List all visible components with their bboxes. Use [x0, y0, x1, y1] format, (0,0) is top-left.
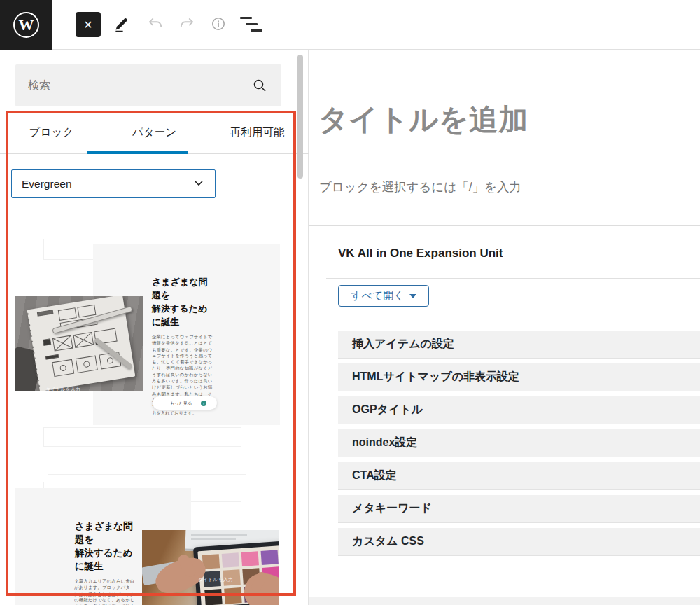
edit-tool-button[interactable]	[112, 14, 132, 34]
list-view-button[interactable]	[240, 14, 260, 34]
accordion-html-sitemap-hide-settings[interactable]: HTMLサイトマップの非表示設定	[338, 363, 700, 391]
search-input[interactable]	[28, 64, 252, 106]
editor-canvas: タイトルを追加 ブロックを選択するには「/」を入力 VK All in One …	[309, 50, 700, 605]
metabox-divider	[309, 225, 700, 226]
pattern-image-overlay-text: タイトルを入力	[198, 576, 233, 583]
pattern-preview-paragraph: 文章入力エリアの左右に余白があります。ブロックパターンはの組み合わせはブロックの…	[74, 578, 134, 605]
undo-button[interactable]	[146, 14, 165, 34]
pattern-category-value: Evergreen	[22, 178, 72, 190]
pattern-preview-more-button: もっと見る ›	[153, 396, 217, 410]
editor-toolbar: W ✕	[0, 0, 700, 50]
pattern-preview-image: タイトルを入力	[15, 296, 143, 391]
list-view-icon	[240, 16, 260, 32]
accordion-ogp-title[interactable]: OGPタイトル	[338, 396, 700, 424]
open-all-label: すべて開く	[351, 289, 404, 302]
pattern-preview-image: タイトルを入力	[142, 530, 279, 605]
accordion-cta-settings[interactable]: CTA設定	[338, 462, 700, 490]
inserter-tabs: ブロック パターン 再利用可能	[0, 112, 309, 154]
canvas-bottom-edge	[309, 597, 700, 605]
pattern-category-select[interactable]: Evergreen	[11, 169, 216, 198]
accordion-noindex-settings[interactable]: noindex設定	[338, 429, 700, 457]
info-icon	[210, 15, 227, 32]
post-title-input[interactable]: タイトルを追加	[318, 102, 528, 138]
pattern-preview-block	[48, 454, 246, 475]
details-button[interactable]	[209, 14, 228, 34]
wordpress-block-editor: W ✕	[0, 0, 700, 605]
undo-icon	[146, 15, 164, 33]
accordion-meta-keywords[interactable]: メタキーワード	[338, 495, 700, 523]
redo-icon	[178, 15, 196, 33]
search-icon	[252, 78, 267, 96]
wordpress-w-icon: W	[13, 12, 39, 38]
tab-blocks[interactable]: ブロック	[0, 112, 103, 153]
block-inserter-panel: ブロック パターン 再利用可能 Evergreen	[0, 50, 309, 605]
pattern-preview-block	[43, 427, 241, 447]
pattern-image-overlay-text: タイトルを入力	[46, 386, 80, 391]
edit-pencil-icon	[113, 15, 131, 33]
arrow-circle-icon: ›	[201, 401, 206, 406]
wordpress-logo[interactable]: W	[0, 0, 52, 50]
accordion-custom-css[interactable]: カスタム CSS	[338, 528, 700, 556]
close-icon: ✕	[83, 18, 92, 32]
default-block-appender[interactable]: ブロックを選択するには「/」を入力	[319, 179, 522, 195]
metabox-title: VK All in One Expansion Unit	[338, 246, 503, 260]
pattern-preview-heading: さまざまな問題を 解決するために誕生	[75, 520, 134, 573]
active-tab-indicator	[88, 151, 188, 154]
pattern-preview-heading: さまざまな問題を 解決するために誕生	[152, 275, 211, 328]
sidebar-scrollbar-thumb[interactable]	[298, 55, 303, 179]
accordion-insert-item-settings[interactable]: 挿入アイテムの設定	[338, 331, 700, 359]
tab-patterns[interactable]: パターン	[103, 112, 206, 153]
redo-button[interactable]	[177, 14, 197, 34]
chevron-down-icon	[192, 176, 205, 192]
search-box	[15, 64, 281, 106]
tab-reusable[interactable]: 再利用可能	[206, 112, 309, 153]
block-inserter-toggle-button[interactable]: ✕	[76, 12, 101, 37]
open-all-button[interactable]: すべて開く	[338, 285, 429, 307]
metabox-title-divider	[326, 278, 700, 279]
more-button-label: もっと見る	[170, 400, 192, 406]
caret-down-icon	[410, 294, 416, 298]
